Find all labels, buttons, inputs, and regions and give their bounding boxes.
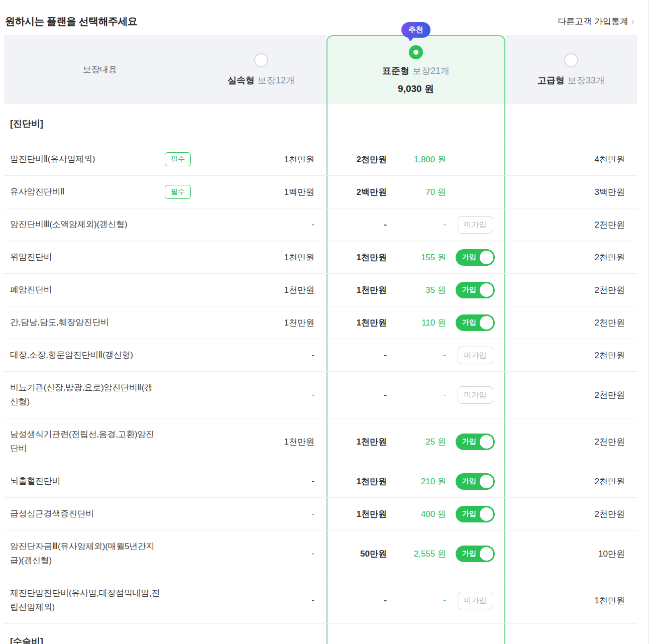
table-body: [진단비]암진단비Ⅱ(유사암제외)필수1천만원2천만원1,800 원4천만원유사… <box>4 104 637 644</box>
join-toggle[interactable]: 가입 <box>456 314 495 331</box>
chevron-right-icon: › <box>631 16 634 27</box>
standard-amount: 1천만원 <box>333 284 387 296</box>
coverage-label: 대장,소장,항문암진단비Ⅱ(갱신형) <box>10 348 133 362</box>
standard-plan-cell: --미가입 <box>327 208 505 241</box>
basic-plan-cell: 1백만원 <box>196 176 327 208</box>
section-title: [진단비] <box>4 104 327 143</box>
premium-amount: 2천만원 <box>595 389 625 401</box>
standard-price: - <box>387 390 446 400</box>
coverage-row: 남성생식기관련(전립선,음경,고환)암진단비1천만원1천만원25 원가입2천만원 <box>4 418 637 465</box>
standard-price: 35 원 <box>387 284 446 296</box>
plan-basic-label: 실속형보장12개 <box>228 74 295 86</box>
standard-amount: 1천만원 <box>333 436 387 448</box>
plan-standard-name: 표준형 <box>382 66 409 76</box>
premium-amount: 4천만원 <box>595 154 625 165</box>
premium-plan-cell: 2천만원 <box>505 306 637 339</box>
coverage-label: 유사암진단비Ⅱ <box>10 185 64 199</box>
required-badge: 필수 <box>165 185 191 199</box>
radio-unselected-icon[interactable] <box>254 53 268 67</box>
standard-control: 미가입 <box>451 347 499 364</box>
standard-price: 110 원 <box>387 317 446 329</box>
plan-premium-header[interactable]: 고급형보장33개 <box>505 35 637 104</box>
join-toggle-label: 가입 <box>462 285 476 294</box>
radio-unselected-icon[interactable] <box>564 53 578 67</box>
basic-plan-cell: 1천만원 <box>196 274 327 306</box>
coverage-name-cell: 비뇨기관(신장,방광,요로)암진단비Ⅱ(갱신형) <box>4 372 196 418</box>
standard-control: 가입 <box>451 249 499 266</box>
premium-plan-cell: 2천만원 <box>505 274 637 306</box>
coverage-label: 뇌출혈진단비 <box>10 474 60 488</box>
plan-premium-label: 고급형보장33개 <box>537 74 605 86</box>
coverage-label: 위암진단비 <box>10 250 52 264</box>
not-joined-button[interactable]: 미가입 <box>458 386 493 404</box>
join-toggle[interactable]: 가입 <box>456 249 495 266</box>
coverage-name-cell: 위암진단비 <box>4 241 196 273</box>
standard-amount: 1천만원 <box>333 508 387 520</box>
not-joined-button[interactable]: 미가입 <box>458 592 493 609</box>
standard-amount: 2백만원 <box>333 186 387 198</box>
basic-plan-cell: - <box>196 372 327 418</box>
standard-price: 2,555 원 <box>387 548 446 560</box>
standard-plan-cell: 1천만원400 원가입 <box>327 498 505 530</box>
standard-price: 70 원 <box>387 186 446 198</box>
section-title: [수술비] <box>4 624 327 644</box>
join-toggle[interactable]: 가입 <box>456 546 495 562</box>
coverage-label: 비뇨기관(신장,방광,요로)암진단비Ⅱ(갱신형) <box>10 381 161 409</box>
coverage-label: 암진단비Ⅲ(소액암제외)(갱신형) <box>10 218 127 232</box>
standard-amount: - <box>333 390 387 400</box>
standard-amount: 1천만원 <box>333 317 387 329</box>
plan-selection-page: 원하시는 플랜을 선택해주세요 다른고객 가입통계 › 보장내용 실속형보장12… <box>0 0 651 644</box>
join-toggle[interactable]: 가입 <box>456 434 495 450</box>
plan-standard-label: 표준형보장21개 <box>382 65 450 77</box>
plan-premium-name: 고급형 <box>537 75 565 85</box>
join-toggle[interactable]: 가입 <box>456 506 495 522</box>
join-toggle[interactable]: 가입 <box>456 282 495 298</box>
standard-control: 가입 <box>451 434 499 450</box>
standard-plan-cell: 50만원2,555 원가입 <box>327 530 505 577</box>
basic-amount: 1천만원 <box>284 154 314 165</box>
basic-plan-cell: - <box>196 465 327 497</box>
coverage-name-cell: 암진단자금Ⅲ(유사암제외)(매월5년간지급)(갱신형) <box>4 530 196 577</box>
join-toggle-label: 가입 <box>462 437 476 446</box>
basic-plan-cell: 1천만원 <box>196 306 327 339</box>
plan-standard-header[interactable]: 추천 표준형보장21개 9,030 원 <box>327 35 505 104</box>
premium-plan-cell: 4천만원 <box>505 143 637 175</box>
not-joined-button[interactable]: 미가입 <box>458 216 493 234</box>
radio-selected-icon[interactable] <box>409 45 423 59</box>
other-customers-stats-link[interactable]: 다른고객 가입통계 › <box>558 16 634 27</box>
coverage-label: 간,담낭,담도,췌장암진단비 <box>10 315 109 330</box>
basic-amount: - <box>311 390 314 400</box>
basic-amount: 1천만원 <box>284 436 314 448</box>
plan-premium-count: 보장33개 <box>568 75 605 85</box>
basic-plan-cell: 1천만원 <box>196 418 327 465</box>
premium-plan-cell: 2천만원 <box>505 241 637 273</box>
basic-amount: 1천만원 <box>284 284 314 296</box>
coverage-name-cell: 대장,소장,항문암진단비Ⅱ(갱신형) <box>4 339 196 371</box>
standard-price: 400 원 <box>387 508 446 520</box>
coverage-row: 대장,소장,항문암진단비Ⅱ(갱신형)---미가입2천만원 <box>4 339 637 371</box>
coverage-name-cell: 간,담낭,담도,췌장암진단비 <box>4 306 196 339</box>
plan-comparison-table: 보장내용 실속형보장12개 추천 표준형보장21개 9,030 원 고급형보장3… <box>4 35 637 644</box>
basic-amount: - <box>311 549 314 559</box>
standard-plan-cell: 2백만원70 원 <box>327 176 505 208</box>
standard-amount: - <box>333 595 387 605</box>
standard-plan-cell: 1천만원210 원가입 <box>327 465 505 497</box>
join-toggle[interactable]: 가입 <box>456 473 495 490</box>
toggle-knob-icon <box>480 435 493 449</box>
coverage-name-cell: 뇌출혈진단비 <box>4 465 196 497</box>
basic-plan-cell: - <box>196 339 327 371</box>
stats-link-label: 다른고객 가입통계 <box>558 16 628 27</box>
coverage-row: 암진단자금Ⅲ(유사암제외)(매월5년간지급)(갱신형)-50만원2,555 원가… <box>4 530 637 577</box>
plan-basic-header[interactable]: 실속형보장12개 <box>196 35 327 104</box>
basic-plan-cell: - <box>196 577 327 623</box>
not-joined-button[interactable]: 미가입 <box>458 347 493 364</box>
coverage-row: 뇌출혈진단비-1천만원210 원가입2천만원 <box>4 465 637 497</box>
coverage-name-cell: 유사암진단비Ⅱ필수 <box>4 176 196 208</box>
join-toggle-label: 가입 <box>462 549 476 558</box>
premium-plan-cell: 2천만원 <box>505 498 637 530</box>
coverage-name-cell: 남성생식기관련(전립선,음경,고환)암진단비 <box>4 418 196 465</box>
standard-plan-cell: --미가입 <box>327 339 505 371</box>
plan-basic-count: 보장12개 <box>258 75 295 85</box>
premium-amount: 3백만원 <box>595 186 625 198</box>
plan-basic-name: 실속형 <box>228 75 255 85</box>
